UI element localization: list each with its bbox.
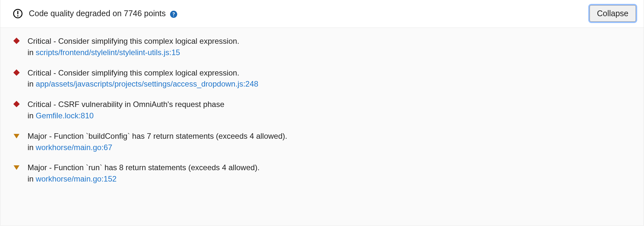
severity-critical-icon [13,101,20,107]
issue-text: Critical - Consider simplifying this com… [28,36,239,58]
svg-marker-8 [14,134,19,138]
file-link[interactable]: Gemfile.lock:810 [36,111,94,120]
file-link[interactable]: workhorse/main.go:67 [36,143,112,152]
status-warning-icon [13,8,23,19]
severity-critical-icon [13,38,20,44]
issues-list[interactable]: Critical - Consider simplifying this com… [0,28,644,225]
issue-message: Major - Function `run` has 8 return stat… [28,162,259,173]
issue-location: in app/assets/javascripts/projects/setti… [28,78,258,90]
panel-header: Code quality degraded on 7746 points Col… [0,0,644,28]
in-label: in [28,143,36,152]
issue-row: Critical - Consider simplifying this com… [13,67,631,90]
in-label: in [28,79,36,88]
code-quality-panel: Code quality degraded on 7746 points Col… [0,0,644,226]
issue-location: in scripts/frontend/stylelint/stylelint-… [28,47,239,58]
issue-text: Major - Function `buildConfig` has 7 ret… [28,131,287,153]
issue-message: Critical - CSRF vulnerability in OmniAut… [28,99,224,110]
scroll-filler [13,194,631,225]
svg-rect-1 [17,11,18,14]
issue-row: Major - Function `run` has 8 return stat… [13,162,631,185]
severity-critical-icon [13,69,20,76]
panel-title: Code quality degraded on 7746 points [29,9,166,18]
svg-marker-9 [14,165,19,170]
file-link[interactable]: scripts/frontend/stylelint/stylelint-uti… [36,48,180,57]
severity-major-icon [13,133,20,139]
help-icon[interactable] [170,10,178,18]
issue-message: Critical - Consider simplifying this com… [28,36,239,47]
in-label: in [28,174,36,183]
issue-location: in Gemfile.lock:810 [28,110,224,122]
svg-rect-6 [13,69,20,76]
file-link[interactable]: app/assets/javascripts/projects/settings… [36,79,258,88]
svg-rect-7 [13,101,20,107]
file-link[interactable]: workhorse/main.go:152 [36,174,116,183]
issue-row: Major - Function `buildConfig` has 7 ret… [13,131,631,153]
svg-point-4 [173,16,174,17]
issue-location: in workhorse/main.go:152 [28,173,259,185]
severity-major-icon [13,164,20,171]
in-label: in [28,48,36,57]
svg-point-2 [17,15,18,17]
issue-location: in workhorse/main.go:67 [28,142,287,153]
svg-rect-5 [13,38,20,44]
issue-text: Critical - Consider simplifying this com… [28,67,258,90]
issue-text: Critical - CSRF vulnerability in OmniAut… [28,99,224,122]
in-label: in [28,111,36,120]
collapse-button[interactable]: Collapse [590,5,636,22]
issue-message: Major - Function `buildConfig` has 7 ret… [28,131,287,142]
issue-message: Critical - Consider simplifying this com… [28,67,258,79]
issue-row: Critical - Consider simplifying this com… [13,36,631,58]
issue-text: Major - Function `run` has 8 return stat… [28,162,259,185]
issue-row: Critical - CSRF vulnerability in OmniAut… [13,99,631,122]
